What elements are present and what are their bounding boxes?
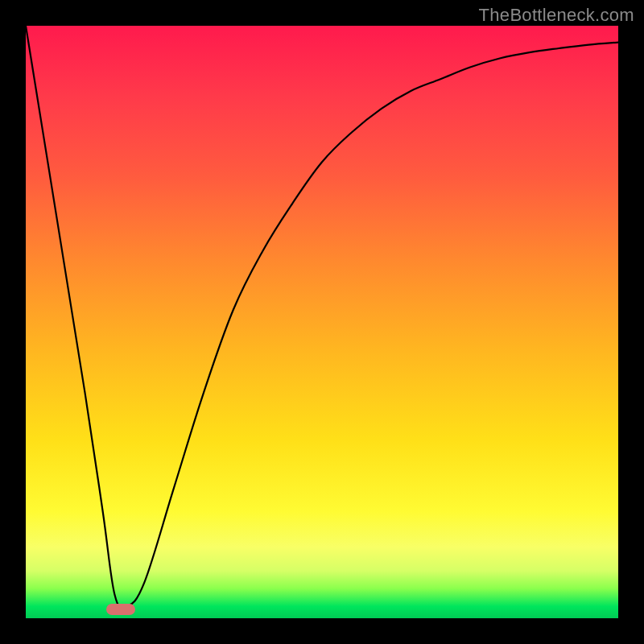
optimal-marker <box>106 604 135 615</box>
bottleneck-curve <box>26 26 618 618</box>
plot-area <box>26 26 618 618</box>
watermark-text: TheBottleneck.com <box>479 5 634 26</box>
chart-frame: TheBottleneck.com <box>0 0 644 644</box>
curve-path <box>26 26 618 608</box>
